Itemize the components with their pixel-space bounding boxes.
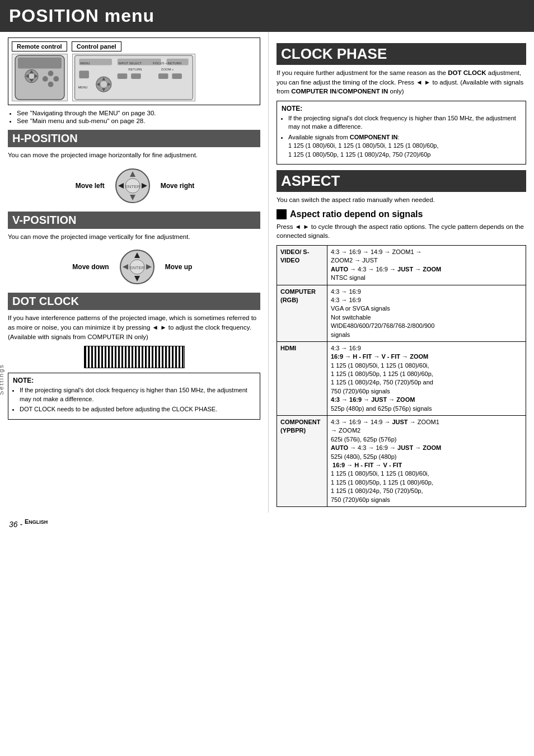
bullet-1: See "Navigating through the MENU" on pag… xyxy=(17,110,260,116)
h-position-para: You can move the projected image horizon… xyxy=(8,151,260,160)
remote-control-image xyxy=(12,54,68,101)
cycle-cell: 4:3 → 16:9 → 14:9 → JUST → ZOOM1 → ZOOM2… xyxy=(327,416,526,507)
h-dpad-svg: ENTER xyxy=(113,166,153,206)
svg-rect-33 xyxy=(172,73,182,79)
control-panel-tab: Control panel xyxy=(72,41,121,51)
clock-phase-note: NOTE: If the projecting signal's dot clo… xyxy=(277,101,526,165)
clock-phase-note-item-2: Available signals from COMPONENT IN: 1 1… xyxy=(288,133,521,159)
clock-phase-note-title: NOTE: xyxy=(282,105,521,112)
signal-cell: COMPUTER (RGB) xyxy=(277,285,327,341)
table-row: COMPUTER (RGB) 4:3 → 16:9 4:3 → 16:9 VGA… xyxy=(277,285,526,341)
move-left-label: Move left xyxy=(74,182,105,190)
h-move-diagram: Move left ENTER Move right xyxy=(8,166,260,206)
right-column: CLOCK PHASE If you require further adjus… xyxy=(269,32,534,513)
svg-point-22 xyxy=(100,81,107,88)
move-up-label: Move up xyxy=(165,263,196,271)
svg-text:FOCUS +: FOCUS + xyxy=(153,62,167,65)
clock-phase-header: CLOCK PHASE xyxy=(277,43,526,65)
page-footer: 36 - ENGLISH xyxy=(0,513,534,534)
aspect-table: VIDEO/ S-VIDEO 4:3 → 16:9 → 14:9 → ZOOM1… xyxy=(277,245,526,507)
svg-rect-28 xyxy=(118,73,128,79)
h-position-header: H-POSITION xyxy=(8,130,260,147)
page-title: POSITION menu xyxy=(0,0,534,32)
black-square-icon xyxy=(277,209,287,219)
svg-point-8 xyxy=(48,71,54,76)
cycle-cell: 4:3 → 16:9 → 14:9 → ZOOM1 → ZOOM2 → JUST… xyxy=(327,245,526,285)
signal-cell: VIDEO/ S-VIDEO xyxy=(277,245,327,285)
dot-clock-note-list: If the projecting signal's dot clock fre… xyxy=(20,386,255,414)
svg-point-11 xyxy=(48,82,54,87)
v-move-diagram: Move down ENTER Move up xyxy=(8,247,260,287)
remote-bullets: See "Navigating through the MENU" on pag… xyxy=(17,110,260,124)
table-row: VIDEO/ S-VIDEO 4:3 → 16:9 → 14:9 → ZOOM1… xyxy=(277,245,526,285)
table-row: HDMI 4:3 → 16:9 16:9 → H - FIT → V - FIT… xyxy=(277,341,526,415)
svg-point-10 xyxy=(53,76,59,82)
cycle-cell: 4:3 → 16:9 4:3 → 16:9 VGA or SVGA signal… xyxy=(327,285,526,341)
svg-rect-29 xyxy=(131,73,141,79)
left-column: Remote control Control panel xyxy=(0,32,269,513)
svg-text:MENU: MENU xyxy=(80,62,90,65)
side-label: Settings xyxy=(0,364,4,395)
table-row: COMPONENT (YPBPR) 4:3 → 16:9 → 14:9 → JU… xyxy=(277,416,526,507)
dotclock-bar-image xyxy=(84,346,185,368)
aspect-header: ASPECT xyxy=(277,170,526,192)
cycle-cell: 4:3 → 16:9 16:9 → H - FIT → V - FIT → ZO… xyxy=(327,341,526,415)
v-position-header: V-POSITION xyxy=(8,212,260,229)
remote-control-tab: Remote control xyxy=(12,41,67,51)
dot-clock-note-item-1: If the projecting signal's dot clock fre… xyxy=(20,386,255,403)
clock-phase-note-list: If the projecting signal's dot clock fre… xyxy=(288,114,521,159)
svg-text:RETURN: RETURN xyxy=(128,68,142,71)
svg-text:INPUT SELECT: INPUT SELECT xyxy=(119,62,142,65)
svg-point-3 xyxy=(29,73,34,79)
aspect-subsection-label: Aspect ratio depend on signals xyxy=(290,209,423,219)
footer-text: 36 - ENGLISH xyxy=(9,520,48,529)
clock-phase-para: If you require further adjustment for th… xyxy=(277,68,526,96)
svg-text:MENU: MENU xyxy=(78,86,87,89)
aspect-para: You can switch the aspect ratio manually… xyxy=(277,195,526,205)
aspect-subsection-header: Aspect ratio depend on signals xyxy=(277,209,526,219)
dot-clock-note-title: NOTE: xyxy=(13,377,255,384)
v-dpad-svg: ENTER xyxy=(117,247,157,287)
dot-clock-note-item-2: DOT CLOCK needs to be adjusted before ad… xyxy=(20,405,255,414)
svg-rect-32 xyxy=(158,73,168,79)
signal-cell: COMPONENT (YPBPR) xyxy=(277,416,327,507)
control-panel-image: MENU INPUT SELECT FOCUS + RETURN ME xyxy=(72,54,195,101)
bullet-2: See "Main menu and sub-menu" on page 28. xyxy=(17,118,260,124)
svg-rect-1 xyxy=(18,58,62,69)
aspect-subsection-para: Press ◄ ► to cycle through the aspect ra… xyxy=(277,222,526,241)
move-down-label: Move down xyxy=(72,263,109,271)
signal-cell: HDMI xyxy=(277,341,327,415)
dot-clock-header: DOT CLOCK xyxy=(8,293,260,310)
svg-point-9 xyxy=(43,76,48,82)
dot-clock-note: NOTE: If the projecting signal's dot clo… xyxy=(8,373,260,419)
remote-images: MENU INPUT SELECT FOCUS + RETURN ME xyxy=(12,54,256,101)
svg-text:ENTER: ENTER xyxy=(125,184,140,189)
svg-text:ENTER: ENTER xyxy=(129,265,144,270)
svg-text:ZOOM +: ZOOM + xyxy=(161,68,174,71)
svg-rect-20 xyxy=(79,71,89,78)
move-right-label: Move right xyxy=(161,182,195,190)
remote-box-header: Remote control Control panel xyxy=(12,41,256,51)
svg-text:RETURN: RETURN xyxy=(168,62,181,65)
remote-box: Remote control Control panel xyxy=(8,37,260,105)
dot-clock-para: If you have interference patterns of the… xyxy=(8,313,260,341)
v-position-para: You can move the projected image vertica… xyxy=(8,232,260,242)
clock-phase-note-item-1: If the projecting signal's dot clock fre… xyxy=(288,114,521,132)
